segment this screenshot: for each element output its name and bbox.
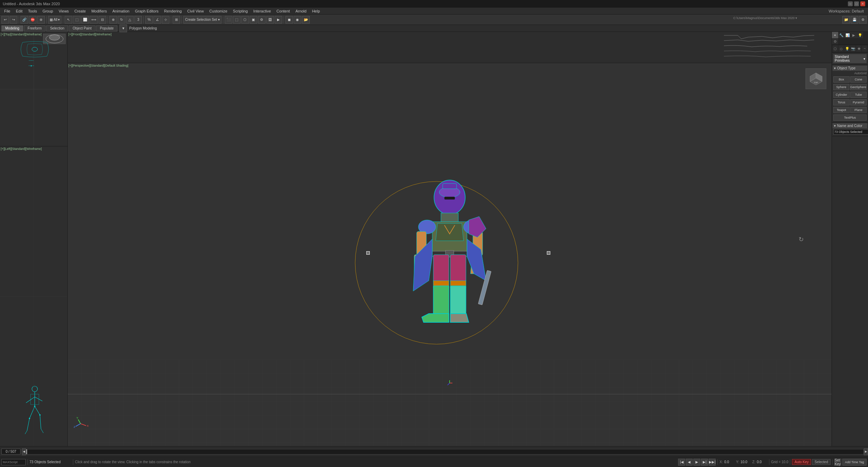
sub-spacewarps[interactable]: ~ xyxy=(862,45,867,52)
playback-play[interactable]: ▶ xyxy=(693,459,700,466)
set-key-button[interactable]: Set Key xyxy=(834,459,841,466)
menu-modifiers[interactable]: Modifiers xyxy=(89,8,110,14)
transform-type[interactable]: 3 xyxy=(134,16,142,24)
bind-button[interactable]: ⊛ xyxy=(37,16,45,24)
menu-edit[interactable]: Edit xyxy=(13,8,25,14)
menu-civil-view[interactable]: Civil View xyxy=(184,8,206,14)
render-setup[interactable]: ⚙ xyxy=(258,16,266,24)
file-save[interactable]: 💾 xyxy=(851,16,858,24)
playback-next-frame[interactable]: ▶| xyxy=(701,459,708,466)
settings-btn[interactable]: ⚙ xyxy=(859,16,867,24)
select-region-button[interactable]: ⬚ xyxy=(73,16,81,24)
add-time-tag-button[interactable]: Add Time Tag xyxy=(842,459,867,466)
menu-arnold[interactable]: Arnold xyxy=(293,8,309,14)
timeline-scroll-left[interactable]: ◀ xyxy=(22,448,26,455)
menu-group[interactable]: Group xyxy=(40,8,56,14)
name-input-field[interactable] xyxy=(833,129,868,135)
material-editor[interactable]: ◉ xyxy=(294,16,301,24)
playback-prev-key[interactable]: |◀ xyxy=(678,459,685,466)
perspective-viewport[interactable]: [+][Perspective][Standard][Default Shadi… xyxy=(68,63,832,446)
align-button[interactable]: ⊟ xyxy=(99,16,106,24)
cone-button[interactable]: Cone xyxy=(850,76,867,83)
select-region-type[interactable]: ⬜ xyxy=(81,16,89,24)
active-shade[interactable]: ◼ xyxy=(285,16,293,24)
select-object-button[interactable]: ↖ xyxy=(65,16,72,24)
snap-toggle[interactable]: ⊹ xyxy=(162,16,169,24)
menu-create[interactable]: Create xyxy=(72,8,89,14)
move-button[interactable]: ⊕ xyxy=(109,16,117,24)
cmd-tab-hierarchy[interactable]: 📊 xyxy=(844,32,851,38)
sub-shapes[interactable]: ◇ xyxy=(838,45,844,52)
timeline-scroll-right[interactable]: ▶ xyxy=(864,448,868,455)
render-production[interactable]: ▶ xyxy=(275,16,282,24)
grid-toggle[interactable]: ⬚ xyxy=(233,16,241,24)
auto-key-button[interactable]: Auto Key xyxy=(792,459,811,465)
menu-rendering[interactable]: Rendering xyxy=(161,8,185,14)
file-open[interactable]: 📁 xyxy=(842,16,850,24)
tab-object-paint[interactable]: Object Paint xyxy=(69,25,95,32)
left-bottom-viewport[interactable]: [+][Left][Standard][Wireframe] xyxy=(0,146,68,446)
scale-button[interactable]: △ xyxy=(126,16,134,24)
viewport-nav-cube[interactable]: TOP xyxy=(806,68,826,89)
sub-geometry[interactable]: ⬡ xyxy=(833,45,838,52)
name-color-header[interactable]: ▾ Name and Color xyxy=(833,123,867,128)
cylinder-button[interactable]: Cylinder xyxy=(833,92,850,98)
undo-button[interactable]: ↩ xyxy=(1,16,9,24)
create-selection-set[interactable]: Create Selection Set ▾ xyxy=(183,16,222,24)
menu-content[interactable]: Content xyxy=(274,8,293,14)
maxscript-input[interactable]: MAXScript xyxy=(1,459,26,465)
playback-next-key[interactable]: ▶▶| xyxy=(709,459,716,466)
standard-primitives-header[interactable]: Standard Primitives ▾ xyxy=(833,54,867,63)
sub-helpers[interactable]: ✚ xyxy=(856,45,861,52)
menu-scripting[interactable]: Scripting xyxy=(230,8,251,14)
close-button[interactable]: ✕ xyxy=(860,1,865,6)
tab-selection[interactable]: Selection xyxy=(46,25,68,32)
menu-customize[interactable]: Customize xyxy=(207,8,230,14)
open-material[interactable]: 📂 xyxy=(302,16,310,24)
maximize-button[interactable]: □ xyxy=(854,1,859,6)
geosphere-button[interactable]: GeoSphere xyxy=(850,84,867,90)
menu-interactive[interactable]: Interactive xyxy=(251,8,274,14)
tab-modeling[interactable]: Modeling xyxy=(1,25,23,32)
mirror-button[interactable]: ⟺ xyxy=(90,16,98,24)
sub-cameras[interactable]: 📷 xyxy=(850,45,856,52)
snap-spinner[interactable]: ⊞ xyxy=(173,16,180,24)
rendered-frame-window[interactable]: 🖼 xyxy=(266,16,274,24)
snap-grid[interactable]: ⬡ xyxy=(241,16,249,24)
polygon-modeling-toggle[interactable]: ▼ xyxy=(119,25,127,32)
render-frame[interactable]: ▣ xyxy=(250,16,257,24)
percent-snap[interactable]: % xyxy=(145,16,153,24)
front-viewport[interactable]: [+][Front][Standard][Wireframe] xyxy=(68,32,832,63)
menu-help[interactable]: Help xyxy=(309,8,323,14)
teapot-button[interactable]: Teapot xyxy=(833,107,850,113)
menu-graph-editors[interactable]: Graph Editors xyxy=(132,8,161,14)
tube-button[interactable]: Tube xyxy=(850,92,867,98)
cmd-tab-create[interactable]: + xyxy=(832,32,838,38)
menu-tools[interactable]: Tools xyxy=(25,8,40,14)
plane-button[interactable]: Plane xyxy=(850,107,867,113)
sphere-button[interactable]: Sphere xyxy=(833,84,849,90)
unlink-button[interactable]: ⛔ xyxy=(29,16,36,24)
menu-views[interactable]: Views xyxy=(56,8,72,14)
textplus-button[interactable]: TextPlus xyxy=(833,114,867,121)
minimize-button[interactable]: ─ xyxy=(848,1,853,6)
timeline-bar[interactable] xyxy=(26,449,864,455)
tab-populate[interactable]: Populate xyxy=(96,25,117,32)
redo-button[interactable]: ↪ xyxy=(10,16,17,24)
cmd-tab-display[interactable]: 💡 xyxy=(857,32,863,38)
cmd-tab-utilities[interactable]: ⚙ xyxy=(832,38,838,44)
cmd-tab-motion[interactable]: ▶ xyxy=(851,32,857,38)
object-type-header[interactable]: ▾ Object Type xyxy=(833,66,867,71)
playback-prev-frame[interactable]: ◀ xyxy=(686,459,693,466)
cmd-tab-modify[interactable]: 🔧 xyxy=(838,32,844,38)
angle-snap[interactable]: ∠ xyxy=(153,16,161,24)
rotate-button[interactable]: ↻ xyxy=(118,16,125,24)
menu-file[interactable]: File xyxy=(1,8,13,14)
link-button[interactable]: 🔗 xyxy=(20,16,28,24)
view-cube-toggle[interactable]: ⬛ xyxy=(225,16,232,24)
box-button[interactable]: Box xyxy=(833,76,850,83)
pyramid-button[interactable]: Pyramid xyxy=(850,99,867,105)
frame-counter[interactable]: 0 / 507 xyxy=(1,449,20,455)
sub-lights[interactable]: 💡 xyxy=(844,45,850,52)
top-left-viewport[interactable]: [+][Top][Standard][Wireframe] ~─~ ─●─ xyxy=(0,32,68,146)
